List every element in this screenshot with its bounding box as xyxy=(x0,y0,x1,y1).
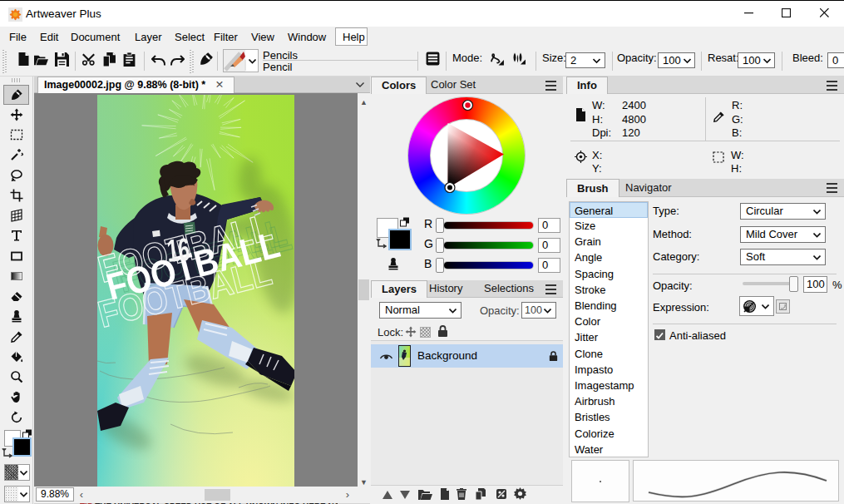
svg-text:16: 16 xyxy=(165,231,191,269)
